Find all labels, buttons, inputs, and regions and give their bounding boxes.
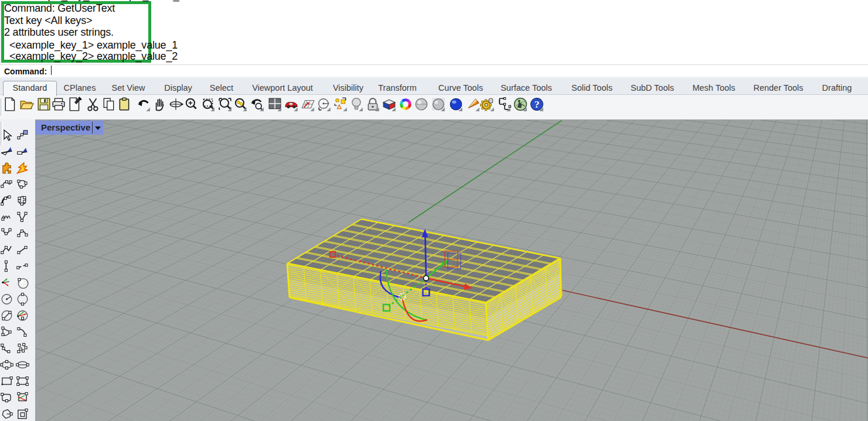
svg-text:?: ? bbox=[535, 98, 540, 110]
